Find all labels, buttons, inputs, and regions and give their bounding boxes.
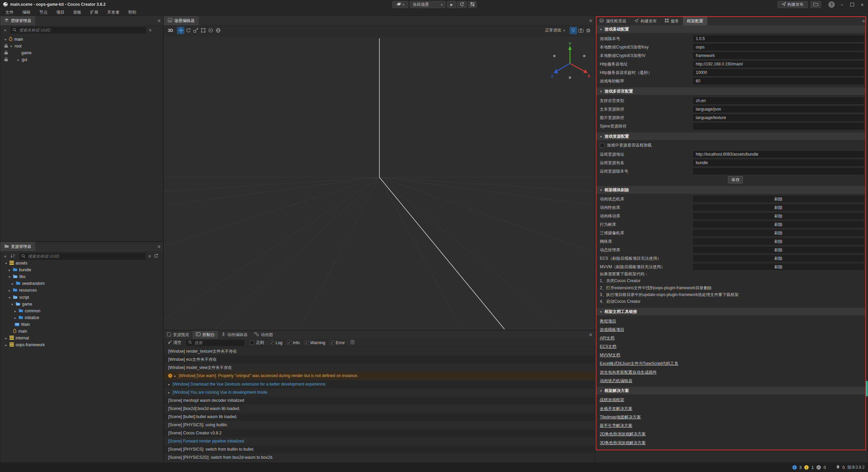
help-button[interactable] <box>828 1 835 8</box>
info-count-icon[interactable]: i <box>792 465 797 470</box>
lighting-bulb-icon[interactable] <box>570 27 577 34</box>
reload-button[interactable] <box>457 1 467 8</box>
trim-dynamic-texture-button[interactable]: 剔除 <box>693 247 864 253</box>
tab-services[interactable]: 服务 <box>661 16 683 26</box>
link-ecs-docs[interactable]: ECS文档 <box>600 343 616 350</box>
chevron-down-icon[interactable] <box>8 275 11 279</box>
log-file-icon[interactable] <box>351 340 354 345</box>
chevron-down-icon[interactable] <box>9 44 13 48</box>
text-res-path-input[interactable] <box>693 106 864 113</box>
refresh-icon[interactable] <box>154 254 158 259</box>
trim-effect-button[interactable]: 剔除 <box>693 204 864 211</box>
tab-framework-config[interactable]: 框架配置 <box>683 16 707 26</box>
scrollbar-thumb[interactable] <box>866 381 868 396</box>
trim-camera-button[interactable]: 剔除 <box>693 230 864 236</box>
pivot-tool-icon[interactable] <box>207 27 214 34</box>
tab-hierarchy[interactable]: 层级管理器 <box>0 16 35 25</box>
menu-extension[interactable]: 扩展 <box>88 9 100 15</box>
http-timeout-input[interactable] <box>693 69 864 76</box>
mode-3d-button[interactable]: 3D <box>168 28 173 33</box>
view-mode-dropdown[interactable]: 正常浏览 <box>545 27 565 33</box>
console-row-info[interactable]: [Window] Download the Vue Devtools exten… <box>164 380 595 388</box>
console-row-info[interactable]: [Scene] Forward render pipeline initiali… <box>164 437 595 445</box>
link-tiledmap-solution[interactable]: Tiledmap地图解决方案 <box>600 414 641 420</box>
chevron-down-icon[interactable] <box>4 261 8 265</box>
camera-icon[interactable] <box>577 27 585 34</box>
asset-node-main-scene[interactable]: main <box>0 328 162 335</box>
remote-version-input[interactable] <box>693 168 864 175</box>
open-folder-button[interactable] <box>810 1 821 8</box>
tab-animation-editor[interactable]: 动画编辑器 <box>218 331 251 339</box>
clear-console-button[interactable]: 清空 <box>168 340 181 346</box>
asset-node-script[interactable]: script <box>0 294 162 301</box>
assets-filter-icon[interactable] <box>148 254 151 259</box>
remote-bundle-input[interactable] <box>693 159 864 166</box>
sort-icon[interactable] <box>11 254 15 259</box>
tab-asset-preview[interactable]: 资源预览 <box>164 331 193 339</box>
gear-icon[interactable] <box>585 27 592 34</box>
tree-node-gui[interactable]: gui <box>0 56 162 63</box>
asset-node-seedrandom[interactable]: seedrandom <box>0 280 162 287</box>
link-template-project[interactable]: 游戏模板项目 <box>600 327 624 333</box>
link-hotupdate-plugin[interactable]: 原生包热更新配置自动生成插件 <box>600 369 657 375</box>
menu-edit[interactable]: 编辑 <box>20 9 33 15</box>
add-asset-button[interactable] <box>4 254 6 259</box>
save-button[interactable]: 保存 <box>728 176 743 183</box>
chevron-right-icon[interactable] <box>4 336 8 340</box>
chevron-right-icon[interactable] <box>8 268 11 272</box>
console-row[interactable]: [Scene] [PHYSICS]: using builtin. <box>164 421 595 429</box>
axis-gizmo[interactable]: Y X Z <box>550 42 591 83</box>
filter-error-checkbox[interactable] <box>330 340 334 345</box>
spine-res-path-input[interactable] <box>693 123 864 130</box>
section-resource-config[interactable]: 游戏资源配置 <box>596 133 866 140</box>
tab-animation-graph[interactable]: 动画图 <box>251 331 276 339</box>
remote-load-checkbox[interactable] <box>600 143 605 148</box>
bell-icon[interactable] <box>836 465 840 470</box>
http-server-input[interactable] <box>693 61 864 67</box>
link-chess-framework[interactable]: 战棋游戏框架 <box>600 397 624 403</box>
warning-count-icon[interactable]: ! <box>804 465 809 470</box>
fps-input[interactable] <box>693 78 864 84</box>
filter-log-checkbox[interactable] <box>270 340 274 345</box>
asset-node-common[interactable]: common <box>0 308 162 314</box>
preview-target-button[interactable] <box>392 1 408 8</box>
console-row-warning[interactable]: [Window] [Vue warn]: Property "onInput" … <box>164 372 595 380</box>
image-res-path-input[interactable] <box>693 114 864 121</box>
link-fullstack-solution[interactable]: 全栈开发解决方案 <box>600 406 632 412</box>
inspector-menu-icon[interactable] <box>862 18 865 24</box>
tab-assets[interactable]: 资源管理器 <box>0 242 35 251</box>
console-search[interactable] <box>186 340 244 346</box>
assets-search-input[interactable] <box>27 254 143 259</box>
assets-menu-icon[interactable] <box>158 244 160 249</box>
tab-build-publish[interactable]: 构建发布 <box>630 16 661 26</box>
asset-node-initialize[interactable]: initialize <box>0 314 162 321</box>
languages-input[interactable] <box>693 97 864 104</box>
rotate-tool-icon[interactable] <box>184 27 192 34</box>
console-row[interactable]: [Window] render_texture文件夹不存在 <box>164 347 595 355</box>
menu-node[interactable]: 节点 <box>37 9 50 15</box>
chevron-down-icon[interactable] <box>11 302 14 306</box>
preview-qr-button[interactable] <box>468 1 477 8</box>
chevron-right-icon[interactable] <box>17 58 20 62</box>
tree-node-game[interactable]: game <box>0 50 162 56</box>
scale-tool-icon[interactable] <box>192 27 199 34</box>
section-basic-config[interactable]: 游戏基础配置 <box>596 25 866 33</box>
link-3d-rpg-solution[interactable]: 3D角色扮演游戏解决方案 <box>600 440 646 446</box>
link-guide-solution[interactable]: 新手引导解决方案 <box>600 422 632 429</box>
trim-move-button[interactable]: 剔除 <box>693 213 864 219</box>
section-doc-links[interactable]: 框架文档工具链接 <box>596 308 866 315</box>
tab-property-inspector[interactable]: 属性检查器 <box>595 16 630 26</box>
trim-behavior-tree-button[interactable]: 剔除 <box>693 221 864 228</box>
trim-mvvm-button[interactable]: 剔除 <box>693 263 864 270</box>
hierarchy-filter-icon[interactable] <box>149 28 151 33</box>
link-mvvm-docs[interactable]: MVVM文档 <box>600 352 620 358</box>
chevron-right-icon[interactable] <box>4 343 8 347</box>
console-row[interactable]: [Window] model_view文件夹不存在 <box>164 363 595 372</box>
asset-node-resources[interactable]: resources <box>0 287 162 294</box>
console-search-input[interactable] <box>194 340 242 346</box>
console-menu-icon[interactable] <box>589 332 592 337</box>
tab-console[interactable]: 控制台 <box>193 331 218 339</box>
chevron-right-icon[interactable] <box>14 309 17 313</box>
console-row[interactable]: [Scene] [bullet]:bullet wasm lib loaded. <box>164 413 595 421</box>
world-local-icon[interactable] <box>214 27 222 34</box>
